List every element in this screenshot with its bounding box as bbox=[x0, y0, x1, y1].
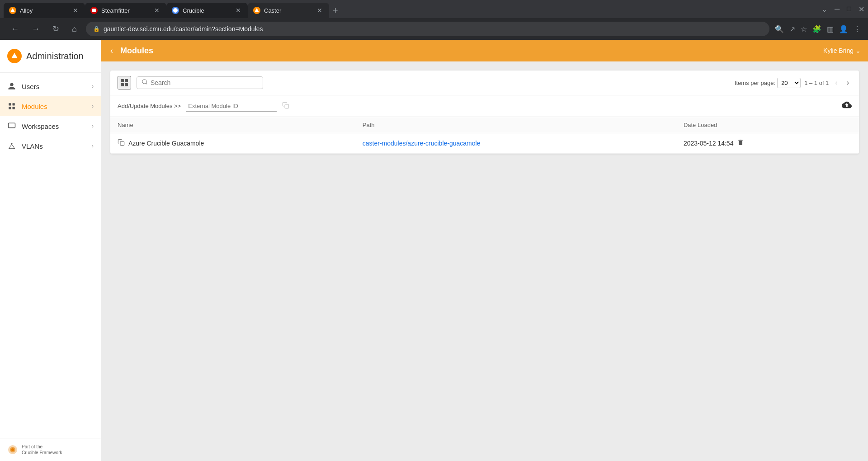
sidebar-item-users[interactable]: Users › bbox=[0, 76, 101, 96]
delete-module-button[interactable] bbox=[737, 139, 744, 148]
vlans-arrow-icon: › bbox=[92, 143, 94, 149]
svg-rect-25 bbox=[285, 104, 289, 108]
module-name-cell: Azure Crucible Guacamole bbox=[110, 133, 355, 154]
sidebar-item-workspaces[interactable]: Workspaces › bbox=[0, 116, 101, 136]
sidebar-item-workspaces-label: Workspaces bbox=[22, 122, 86, 130]
zoom-button[interactable]: 🔍 bbox=[775, 25, 784, 33]
steamfitter-tab-close[interactable]: ✕ bbox=[153, 6, 161, 14]
extensions-button[interactable]: 🧩 bbox=[812, 25, 821, 33]
svg-rect-9 bbox=[9, 123, 15, 128]
sidebar-item-modules[interactable]: Modules › bbox=[0, 96, 101, 116]
tab-caster[interactable]: Caster ✕ bbox=[248, 3, 329, 18]
add-update-link[interactable]: Add/Update Modules >> bbox=[118, 103, 181, 109]
svg-point-23 bbox=[142, 80, 146, 84]
vlans-icon bbox=[7, 141, 16, 151]
caster-tab-label: Caster bbox=[264, 7, 312, 14]
sidebar-item-vlans[interactable]: VLANs › bbox=[0, 136, 101, 156]
upload-icon[interactable] bbox=[842, 100, 852, 112]
svg-rect-7 bbox=[9, 107, 11, 109]
alloy-tab-close[interactable]: ✕ bbox=[71, 6, 80, 14]
search-icon bbox=[142, 79, 148, 87]
nav-bar: ← → ↻ ⌂ 🔒 gauntlet-dev.sei.cmu.edu/caste… bbox=[0, 18, 868, 40]
modules-card: Items per page: 20 50 100 1 – 1 of 1 ‹ › bbox=[110, 71, 859, 154]
top-bar: ‹ Modules Kylie Bring ⌄ bbox=[101, 40, 868, 61]
tab-bar: Alloy ✕ Steamfitter ✕ Crucible ✕ Caster … bbox=[0, 0, 868, 18]
nav-right: 🔍 ↗ ☆ 🧩 ▥ 👤 ⋮ bbox=[775, 25, 861, 33]
module-name: Azure Crucible Guacamole bbox=[128, 140, 204, 147]
tab-controls: ⌄ ─ □ ✕ bbox=[821, 5, 864, 16]
sidebar: Administration Users › Modules › bbox=[0, 40, 101, 461]
sidebar-header: Administration bbox=[0, 40, 101, 73]
workspaces-arrow-icon: › bbox=[92, 123, 94, 129]
grid-view-button[interactable] bbox=[118, 76, 131, 89]
copy-icon[interactable] bbox=[282, 102, 289, 111]
crucible-tab-icon bbox=[172, 7, 179, 14]
minimize-button[interactable]: ─ bbox=[835, 5, 840, 13]
share-button[interactable]: ↗ bbox=[789, 25, 795, 33]
svg-marker-0 bbox=[10, 8, 15, 12]
back-nav-button[interactable]: ‹ bbox=[108, 44, 115, 57]
back-button[interactable]: ← bbox=[7, 23, 23, 36]
tab-list-button[interactable]: ⌄ bbox=[821, 5, 827, 14]
svg-point-2 bbox=[173, 8, 178, 13]
external-module-id-input[interactable] bbox=[186, 101, 277, 112]
tab-steamfitter[interactable]: Steamfitter ✕ bbox=[85, 3, 166, 18]
svg-line-14 bbox=[12, 144, 14, 148]
forward-button[interactable]: → bbox=[28, 23, 43, 36]
menu-button[interactable]: ⋮ bbox=[854, 25, 861, 33]
add-update-row: Add/Update Modules >> bbox=[110, 95, 859, 117]
items-per-page-label: Items per page: bbox=[735, 80, 775, 86]
bookmark-button[interactable]: ☆ bbox=[801, 25, 807, 33]
url-text: gauntlet-dev.sei.cmu.edu/caster/admin?se… bbox=[104, 25, 263, 33]
caster-tab-icon bbox=[253, 7, 260, 14]
prev-page-button[interactable]: ‹ bbox=[832, 78, 840, 88]
modules-arrow-icon: › bbox=[92, 103, 94, 109]
card-toolbar: Items per page: 20 50 100 1 – 1 of 1 ‹ › bbox=[110, 71, 859, 95]
search-box[interactable] bbox=[137, 76, 263, 89]
svg-point-10 bbox=[11, 143, 13, 144]
tab-alloy[interactable]: Alloy ✕ bbox=[4, 3, 85, 18]
caster-tab-close[interactable]: ✕ bbox=[316, 6, 324, 14]
module-path-cell: caster-modules/azure-crucible-guacamole bbox=[355, 133, 676, 154]
sidebar-toggle-button[interactable]: ▥ bbox=[827, 25, 834, 33]
svg-rect-21 bbox=[121, 83, 124, 86]
svg-line-13 bbox=[9, 144, 12, 148]
user-menu[interactable]: Kylie Bring ⌄ bbox=[823, 47, 861, 54]
home-button[interactable]: ⌂ bbox=[68, 23, 80, 36]
lock-icon: 🔒 bbox=[93, 26, 100, 32]
svg-marker-4 bbox=[11, 53, 18, 58]
search-input[interactable] bbox=[151, 79, 258, 86]
module-path-link[interactable]: caster-modules/azure-crucible-guacamole bbox=[363, 140, 481, 147]
module-date-cell: 2023-05-12 14:54 bbox=[676, 133, 859, 154]
profile-button[interactable]: 👤 bbox=[839, 25, 848, 33]
new-tab-button[interactable]: + bbox=[329, 3, 342, 18]
users-icon bbox=[7, 82, 16, 91]
close-window-button[interactable]: ✕ bbox=[859, 5, 864, 14]
reload-button[interactable]: ↻ bbox=[49, 22, 63, 36]
svg-rect-1 bbox=[92, 9, 96, 12]
col-header-date: Date Loaded bbox=[676, 117, 859, 133]
address-bar[interactable]: 🔒 gauntlet-dev.sei.cmu.edu/caster/admin?… bbox=[86, 22, 769, 36]
sidebar-nav: Users › Modules › Workspaces › bbox=[0, 73, 101, 438]
svg-rect-26 bbox=[120, 141, 124, 146]
sidebar-item-users-label: Users bbox=[22, 83, 86, 90]
per-page-select[interactable]: 20 50 100 bbox=[777, 78, 801, 88]
table-row: Azure Crucible Guacamole caster-modules/… bbox=[110, 133, 859, 154]
svg-marker-3 bbox=[255, 8, 259, 12]
maximize-button[interactable]: □ bbox=[847, 5, 851, 13]
svg-rect-5 bbox=[9, 103, 11, 105]
copy-module-icon[interactable] bbox=[118, 139, 125, 148]
modules-table: Name Path Date Loaded bbox=[110, 117, 859, 154]
steamfitter-tab-label: Steamfitter bbox=[101, 7, 149, 14]
table-header: Name Path Date Loaded bbox=[110, 117, 859, 133]
tab-crucible[interactable]: Crucible ✕ bbox=[166, 3, 248, 18]
crucible-tab-close[interactable]: ✕ bbox=[234, 6, 242, 14]
table-body: Azure Crucible Guacamole caster-modules/… bbox=[110, 133, 859, 154]
sidebar-footer: Part of the Crucible Framework bbox=[0, 438, 101, 461]
sidebar-item-vlans-label: VLANs bbox=[22, 142, 86, 150]
steamfitter-tab-icon bbox=[90, 7, 98, 14]
svg-rect-19 bbox=[121, 79, 124, 82]
pagination-info: Items per page: 20 50 100 1 – 1 of 1 ‹ › bbox=[735, 78, 852, 88]
user-name: Kylie Bring bbox=[823, 47, 854, 54]
next-page-button[interactable]: › bbox=[844, 78, 852, 88]
